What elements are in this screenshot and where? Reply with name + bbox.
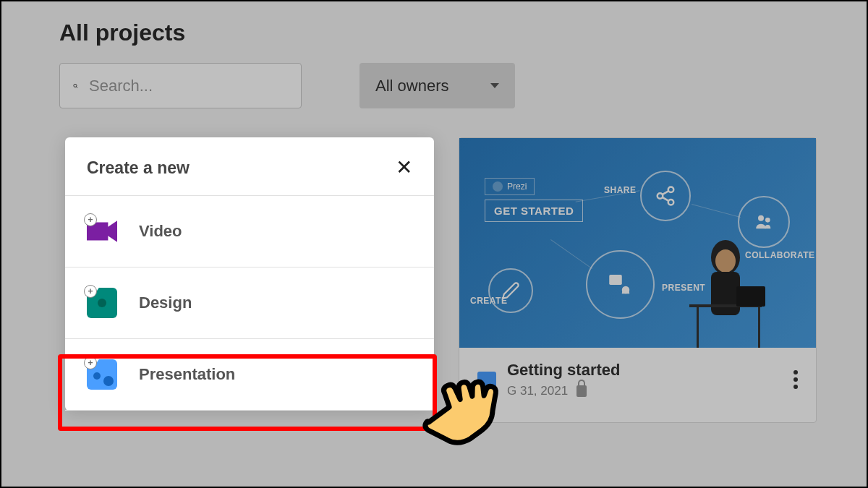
svg-point-2 bbox=[668, 187, 674, 193]
close-button[interactable]: ✕ bbox=[396, 158, 412, 178]
plus-badge-icon: + bbox=[84, 356, 97, 369]
thumbnail-create-label: CREATE bbox=[470, 296, 507, 306]
project-date-row: G 31, 2021 bbox=[507, 384, 783, 398]
lock-icon bbox=[576, 385, 587, 397]
presentation-icon: + bbox=[87, 359, 117, 390]
thumbnail-brand-badge: Prezi bbox=[485, 178, 535, 195]
svg-rect-16 bbox=[697, 307, 699, 348]
search-input[interactable] bbox=[89, 77, 288, 95]
more-options-button[interactable] bbox=[793, 370, 798, 389]
create-circle-icon bbox=[488, 268, 533, 313]
create-presentation-option[interactable]: + Presentation bbox=[65, 339, 434, 411]
modal-item-label: Design bbox=[139, 294, 192, 312]
create-video-option[interactable]: + Video bbox=[65, 196, 434, 267]
svg-rect-13 bbox=[711, 272, 740, 315]
thumbnail-get-started: GET STARTED bbox=[485, 200, 583, 222]
search-box[interactable] bbox=[59, 63, 302, 108]
project-title: Getting started bbox=[507, 361, 783, 380]
svg-line-5 bbox=[663, 191, 669, 194]
video-icon: + bbox=[87, 216, 117, 247]
svg-point-4 bbox=[668, 200, 674, 205]
search-icon bbox=[73, 77, 78, 95]
modal-header: Create a new ✕ bbox=[65, 137, 434, 196]
plus-badge-icon: + bbox=[84, 213, 97, 226]
project-thumbnail: Prezi GET STARTED SHARE PRESENT COLLABOR… bbox=[459, 138, 816, 348]
create-design-option[interactable]: + Design bbox=[65, 267, 434, 339]
svg-point-3 bbox=[658, 193, 663, 199]
project-card-footer: Getting started G 31, 2021 bbox=[459, 348, 816, 411]
project-card[interactable]: Prezi GET STARTED SHARE PRESENT COLLABOR… bbox=[459, 137, 817, 423]
thumbnail-person-illustration bbox=[682, 232, 776, 348]
modal-title: Create a new bbox=[87, 158, 190, 178]
project-date: G 31, 2021 bbox=[507, 384, 568, 398]
svg-rect-17 bbox=[758, 307, 760, 348]
plus-badge-icon: + bbox=[84, 285, 97, 298]
svg-line-6 bbox=[663, 197, 669, 201]
modal-item-label: Video bbox=[139, 222, 182, 241]
svg-point-0 bbox=[74, 84, 77, 87]
share-circle-icon bbox=[640, 171, 691, 221]
presentation-file-icon bbox=[477, 372, 496, 388]
svg-point-10 bbox=[765, 218, 770, 223]
svg-point-9 bbox=[758, 215, 764, 221]
design-icon: + bbox=[87, 288, 117, 318]
create-new-modal: Create a new ✕ + Video + Design + Presen… bbox=[65, 137, 434, 411]
svg-rect-7 bbox=[609, 275, 622, 285]
chevron-down-icon bbox=[490, 83, 499, 88]
svg-line-1 bbox=[76, 86, 77, 87]
thumbnail-share-label: SHARE bbox=[604, 185, 637, 195]
owners-filter-dropdown[interactable]: All owners bbox=[359, 63, 515, 108]
modal-item-label: Presentation bbox=[139, 365, 235, 384]
svg-rect-15 bbox=[736, 286, 765, 307]
present-circle-icon bbox=[586, 250, 655, 319]
owners-filter-label: All owners bbox=[375, 77, 448, 95]
page-title: All projects bbox=[59, 20, 185, 46]
svg-point-12 bbox=[715, 249, 736, 273]
